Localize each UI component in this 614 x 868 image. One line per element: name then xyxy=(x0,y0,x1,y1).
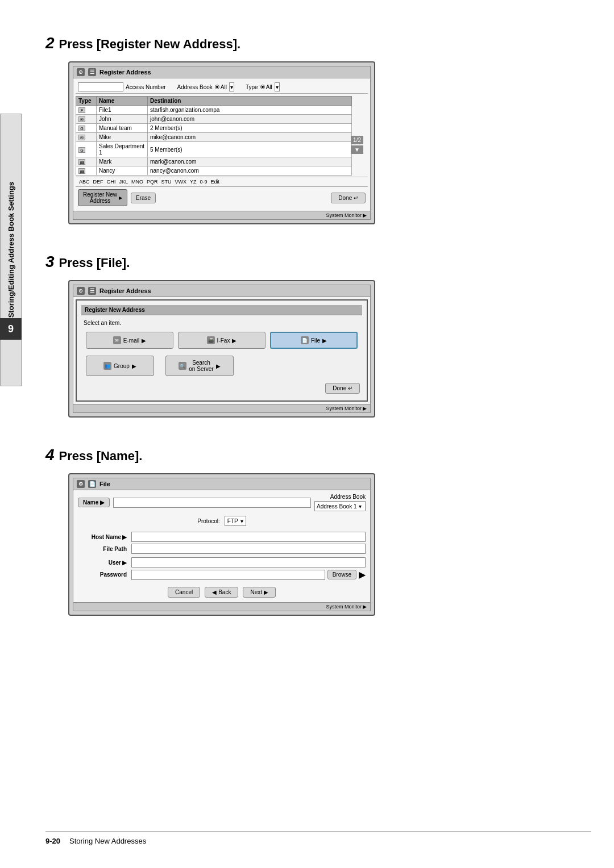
email-icon2: ✉ xyxy=(78,135,85,140)
register-new-address-button[interactable]: Register NewAddress ▶ xyxy=(78,189,127,206)
file-icon: F xyxy=(78,107,85,113)
step-4-label: Press [Name]. xyxy=(59,449,143,464)
sys-monitor-bar-1: System Monitor ▶ xyxy=(73,211,370,219)
ifax-option-button[interactable]: 📠 I-Fax ▶ xyxy=(178,332,265,349)
alpha-09[interactable]: 0-9 xyxy=(199,178,209,185)
popup-done-button[interactable]: Done ↵ xyxy=(325,383,360,394)
filepath-input[interactable] xyxy=(131,544,366,554)
page-footer: 9-20 Storing New Addresses xyxy=(45,832,591,845)
alpha-jkl[interactable]: JKL xyxy=(118,178,130,185)
sys-monitor-bar-3: System Monitor ▶ xyxy=(73,602,370,611)
user-input[interactable] xyxy=(131,557,366,567)
pagination-down-arrow[interactable]: ▼ xyxy=(351,145,363,154)
address-book-arrow-icon: ▾ xyxy=(359,503,362,510)
screen-mockup-2: ⊙ ☰ Register Address Register New Addres… xyxy=(68,280,375,418)
group-option-icon: 👥 xyxy=(103,362,111,370)
pagination: 1/2 ▼ xyxy=(351,136,363,154)
ra-type-select[interactable]: ▾ xyxy=(275,82,280,91)
screen-2-titlebar: ⊙ ☰ Register Address xyxy=(73,285,370,297)
next-button[interactable]: Next ▶ xyxy=(243,587,276,598)
table-row[interactable]: 📠 Nancy nancy@canon.com xyxy=(76,166,352,176)
alpha-vwx[interactable]: VWX xyxy=(174,178,188,185)
table-row[interactable]: F File1 starfish.organization.compa xyxy=(76,106,352,115)
alpha-abc[interactable]: ABC xyxy=(78,178,91,185)
alpha-def[interactable]: DEF xyxy=(92,178,105,185)
search-server-option-button[interactable]: 🔍 Searchon Server ▶ xyxy=(165,356,234,376)
table-row[interactable]: G Manual team 2 Member(s) xyxy=(76,124,352,133)
email-option-button[interactable]: ✉ E-mail ▶ xyxy=(86,332,173,349)
alpha-ghi[interactable]: GHI xyxy=(106,178,117,185)
address-table: Type Name Destination F File1 starfish.o… xyxy=(76,96,352,176)
password-input[interactable] xyxy=(131,570,325,580)
password-label: Password xyxy=(78,571,129,578)
ra-access-col: Access Number xyxy=(78,82,166,91)
table-row[interactable]: ✉ John john@canon.com xyxy=(76,115,352,124)
sys-monitor-bar-2: System Monitor ▶ xyxy=(73,404,370,412)
back-button[interactable]: ◀ Back xyxy=(205,587,238,598)
screen-1-titlebar-text: Register Address xyxy=(99,69,151,76)
ra-addressbook-select[interactable]: ▾ xyxy=(229,82,234,91)
popup-title: Register New Address xyxy=(81,305,362,315)
search-server-arrow: ▶ xyxy=(216,363,221,369)
browse-button[interactable]: Browse xyxy=(327,570,356,579)
screen-2-titlebar-text: Register Address xyxy=(99,287,151,294)
name-input[interactable] xyxy=(113,498,311,508)
ra-all-radio[interactable]: All xyxy=(215,84,227,90)
step-3-label: Press [File]. xyxy=(59,256,130,270)
screen-mockup-1: ⊙ ☰ Register Address Access Number Addre… xyxy=(68,61,375,224)
ra-access-input[interactable] xyxy=(78,82,123,91)
alpha-mno[interactable]: MNO xyxy=(130,178,144,185)
group-option-button[interactable]: 👥 Group ▶ xyxy=(86,356,154,376)
back-left-arrow: ◀ xyxy=(212,589,217,595)
name-button[interactable]: Name ▶ xyxy=(78,498,110,507)
group-icon2: G xyxy=(78,147,85,153)
popup-options-row1: ✉ E-mail ▶ 📠 I-Fax ▶ 📄 Fil xyxy=(81,332,362,349)
popup-box: Register New Address Select an item. ✉ E… xyxy=(76,299,368,402)
sidebar-label: Storing/Editing Address Book Settings xyxy=(7,182,15,318)
protocol-row: Protocol: FTP ▾ xyxy=(76,516,368,526)
screen-3-titlebar-gear: ⚙ xyxy=(77,480,85,488)
screen-3-titlebar-text: File xyxy=(99,481,110,487)
file-cancel-bar: Cancel ◀ Back Next ▶ xyxy=(76,585,368,600)
table-row[interactable]: G Sales Department 1 5 Member(s) xyxy=(76,142,352,157)
hostname-input[interactable] xyxy=(131,532,366,542)
sys-monitor-label-2: System Monitor xyxy=(326,406,362,411)
search-server-icon: 🔍 xyxy=(179,362,186,370)
done-button-1[interactable]: Done ↵ xyxy=(331,193,366,203)
sys-monitor-arrow-3: ▶ xyxy=(363,604,367,610)
screen-mockup-3: ⚙ 📄 File Name ▶ Address Book xyxy=(68,473,375,616)
table-container: Type Name Destination F File1 starfish.o… xyxy=(76,96,368,176)
ra-header: Access Number Address Book All ▾ xyxy=(76,81,368,94)
file-option-icon: 📄 xyxy=(301,336,309,344)
sys-monitor-label-3: System Monitor xyxy=(326,604,362,610)
ifax-option-label: I-Fax xyxy=(217,337,230,344)
ra-type-radio-dot xyxy=(260,85,265,89)
file-option-button[interactable]: 📄 File ▶ xyxy=(270,332,358,349)
ra-type-radio[interactable]: All xyxy=(260,84,272,90)
cancel-button[interactable]: Cancel xyxy=(168,587,200,598)
file-option-label: File xyxy=(311,337,320,344)
alpha-bar: ABC DEF GHI JKL MNO PQR STU VWX YZ 0-9 E… xyxy=(76,177,368,187)
screen-2-titlebar-icon2: ☰ xyxy=(88,287,96,295)
protocol-value: FTP xyxy=(227,518,238,524)
chapter-badge: 9 xyxy=(0,318,22,340)
ra-type-radio-label: All xyxy=(266,84,272,90)
alpha-edit[interactable]: Edit xyxy=(210,178,221,185)
alpha-stu[interactable]: STU xyxy=(160,178,173,185)
col-dest: Destination xyxy=(148,97,352,106)
protocol-select[interactable]: FTP ▾ xyxy=(225,516,246,526)
address-book-select[interactable]: Address Book 1 ▾ xyxy=(314,501,366,511)
sys-monitor-arrow-2: ▶ xyxy=(363,406,367,411)
screen-inner-2: ⊙ ☰ Register Address Register New Addres… xyxy=(73,285,371,413)
group-option-arrow: ▶ xyxy=(132,363,136,369)
alpha-pqr[interactable]: PQR xyxy=(146,178,159,185)
sys-monitor-label-1: System Monitor xyxy=(326,212,362,218)
erase-button[interactable]: Erase xyxy=(131,193,156,203)
email-icon: ✉ xyxy=(78,116,85,122)
next-right-arrow: ▶ xyxy=(264,589,268,595)
footer-page-num: 9-20 xyxy=(45,837,60,845)
step-2-label: Press [Register New Address]. xyxy=(59,37,241,52)
alpha-yz[interactable]: YZ xyxy=(189,178,198,185)
table-row[interactable]: 📠 Mark mark@canon.com xyxy=(76,157,352,166)
table-row[interactable]: ✉ Mike mike@canon.com xyxy=(76,133,352,142)
